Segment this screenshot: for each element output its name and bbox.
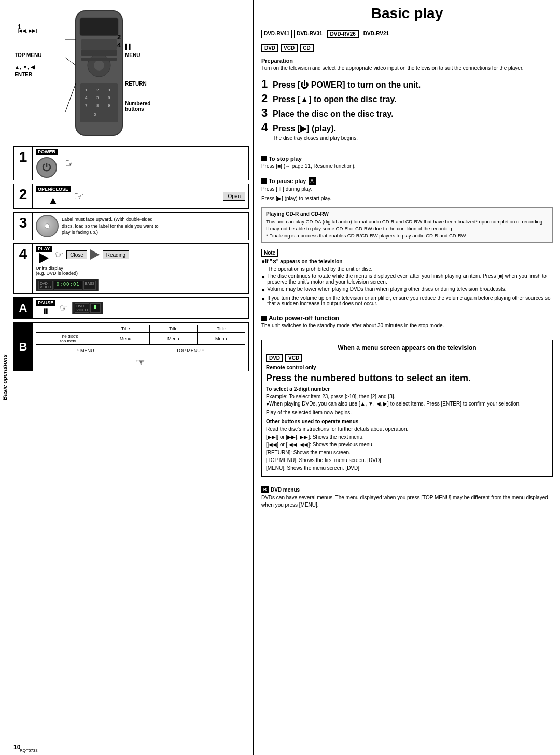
svg-line-20	[65, 83, 76, 112]
step-a-number: A	[14, 298, 33, 318]
model-badges: DVD-RV41 DVD-RV31 DVD-RV26 DVD-RV21	[261, 30, 553, 38]
playing-cd-box: Playing CD-R and CD-RW This unit can pla…	[261, 207, 553, 243]
right-step-4-text: Press [▶] (play).	[273, 123, 336, 133]
pause-play-title: To pause play A	[261, 177, 553, 185]
step-4-section: 4 PLAY ☞ Close Reading Unit's display (e…	[13, 243, 249, 294]
step-1-section: 1 POWER ☞	[13, 146, 249, 180]
display-bass-label: BASS	[83, 281, 96, 290]
note-title: Note	[261, 249, 278, 257]
step-2-section: 2 OPEN/CLOSE ▲ ☞ Open	[13, 184, 249, 209]
note-bullet-2: The operation is prohibited by the unit …	[268, 266, 553, 272]
step-b-section: B Title Title Title The disc'stop menu M	[13, 322, 249, 371]
menu-dvd-badge: DVD	[266, 354, 283, 362]
rqt-number: RQT5733	[20, 748, 38, 753]
title-col-2: Title	[149, 325, 197, 333]
remote-control-only: Remote control only	[266, 365, 548, 370]
svg-text:9: 9	[108, 103, 110, 108]
preparation-section: Preparation Turn on the television and s…	[261, 58, 553, 74]
label-return: RETURN	[125, 81, 147, 87]
note-section: Note ●If "⊘" appears on the television T…	[261, 249, 553, 306]
other-buttons-text: Read the disc's instructions for further…	[266, 425, 548, 472]
media-cd: CD	[300, 44, 313, 52]
svg-text:6: 6	[108, 95, 110, 100]
disc-top-menu-cell: The disc'stop menu	[36, 333, 102, 345]
preparation-text: Turn on the television and select the ap…	[261, 65, 553, 72]
step-b-content: Title Title Title The disc'stop menu Men…	[33, 323, 248, 371]
press-numbered-text: Press the numbered buttons to select an …	[266, 372, 548, 384]
select-2digit-sub: Play of the selected item now begins.	[266, 410, 548, 415]
finger-icon-b: ☞	[136, 356, 145, 369]
pause-label-box: PAUSE	[36, 300, 55, 306]
pause-icon: ⏸	[41, 307, 50, 316]
step-4-content: PLAY ☞ Close Reading Unit's display (e.g…	[33, 244, 248, 293]
right-step-4-sub: The disc tray closes and play begins.	[273, 135, 553, 141]
open-button-display: Open	[223, 192, 245, 201]
menu-label-bottom: ↑ MENU	[77, 348, 94, 353]
step-2-number: 2	[14, 184, 33, 208]
right-step-1-num: 1	[261, 77, 270, 91]
finger-icon-a: ☞	[60, 302, 68, 314]
play-arrow-2	[90, 249, 100, 260]
finger-icon-2: ☞	[74, 190, 84, 203]
openclose-label: OPEN/CLOSE	[36, 186, 71, 192]
stop-play-icon	[261, 156, 267, 161]
svg-text:2: 2	[96, 88, 99, 92]
stop-play-text: Press [■] (→ page 11, Resume function).	[261, 163, 553, 170]
step-1-content: POWER ☞	[33, 147, 248, 180]
media-dvd: DVD	[261, 44, 278, 52]
select-2digit-title: To select a 2-digit number	[266, 386, 548, 392]
label-ii: ▌▌	[125, 44, 132, 49]
divider-1	[261, 148, 553, 148]
disc-icon	[36, 215, 59, 237]
units-display-label: Unit's display (e.g. DVD is loaded)	[36, 265, 78, 276]
display-dvd-label: DVDVIDEO	[38, 281, 53, 290]
pause-dvd-label: DVDVIDEO	[75, 303, 89, 313]
step-4-number: 4	[14, 244, 33, 293]
disc-description: Label must face upward. (With double-sid…	[62, 216, 165, 236]
step-3-section: 3 Label must face upward. (With double-s…	[13, 212, 249, 240]
right-step-1-text: Press [⏻ POWER] to turn on the unit.	[273, 80, 421, 90]
step-right-3: 3 Place the disc on the disc tray.	[261, 106, 553, 120]
label-2: 24	[117, 33, 121, 49]
stop-play-section: To stop play Press [■] (→ page 11, Resum…	[261, 153, 553, 172]
pause-play-icon	[261, 178, 267, 184]
display-time: 0:00:01	[54, 281, 82, 290]
menu-col-1: Menu	[102, 333, 149, 345]
power-label: POWER	[36, 149, 58, 155]
stop-play-title: To stop play	[261, 156, 553, 162]
label-numbered: Numberedbuttons	[125, 101, 150, 112]
auto-power-title: Auto power-off function	[261, 315, 553, 322]
step-right-2: 2 Press [▲] to open the disc tray.	[261, 92, 553, 105]
svg-rect-2	[81, 39, 117, 50]
page-title: Basic play	[261, 5, 553, 24]
media-vcd: VCD	[281, 44, 298, 52]
top-menu-label-bottom: TOP MENU ↑	[176, 348, 204, 353]
menu-vcd-badge: VCD	[285, 354, 302, 362]
select-2digit-text: Example: To select item 23, press [≥10],…	[266, 393, 548, 408]
dvd-menus-title: B DVD menus	[261, 486, 553, 493]
right-panel: Basic play DVD-RV41 DVD-RV31 DVD-RV26 DV…	[254, 0, 560, 755]
step-3-content: Label must face upward. (With double-sid…	[33, 213, 248, 240]
remote-svg: 1 2 3 4 5 6 7 8 9 0	[65, 8, 133, 143]
right-step-2-num: 2	[261, 92, 270, 105]
menu-col-2: Menu	[149, 333, 197, 345]
right-step-2-text: Press [▲] to open the disc tray.	[273, 95, 397, 104]
svg-text:7: 7	[85, 103, 88, 108]
svg-text:4: 4	[85, 95, 88, 100]
title-col-1: Title	[102, 325, 149, 333]
badge-dvdrv21: DVD-RV21	[361, 30, 391, 38]
remote-diagram-area: 1 2 3 4 5 6 7 8 9 0 1 24	[13, 4, 249, 144]
left-panel: 1 2 3 4 5 6 7 8 9 0 1 24	[9, 0, 254, 755]
label-arrow: ▲, ▼, ◀	[15, 64, 35, 70]
step-right-4: 4 Press [▶] (play).	[261, 121, 553, 134]
step-b-number: B	[14, 323, 33, 371]
preparation-title: Preparation	[261, 58, 553, 64]
svg-text:0: 0	[94, 112, 96, 117]
label-enter: ENTER	[15, 72, 32, 77]
svg-text:5: 5	[96, 95, 99, 100]
svg-rect-6	[81, 50, 117, 56]
step-a-section: A PAUSE ⏸ ☞ DVDVIDEO ⏸	[13, 297, 249, 319]
steps-section: 1 Press [⏻ POWER] to turn on the unit. 2…	[261, 77, 553, 143]
b-badge: B	[261, 486, 269, 493]
svg-text:8: 8	[96, 103, 99, 108]
